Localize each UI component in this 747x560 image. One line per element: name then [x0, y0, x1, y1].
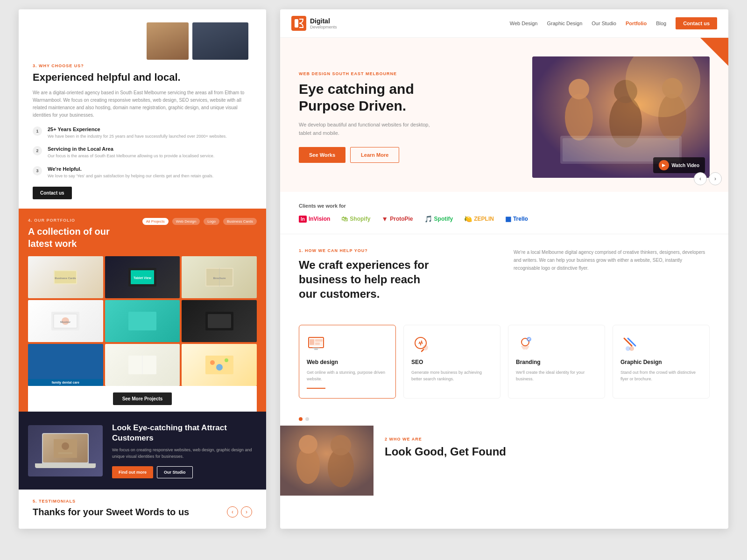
main-nav: Digital Developments Web Design Graphic …	[280, 9, 728, 38]
help-desc: We're a local Melbourne digital agency c…	[514, 248, 710, 272]
svg-point-54	[299, 435, 317, 454]
nav-contact-button[interactable]: Contact us	[676, 17, 717, 29]
testimonials-section: 5. TESTIMONIALS Thanks for your Sweet Wo…	[19, 490, 266, 529]
hero-prev-button[interactable]: ‹	[694, 172, 707, 185]
promo-title: Look Eye-catching that Attract Customers	[112, 423, 257, 443]
help-title: We craft experiences for business to hel…	[299, 258, 495, 301]
why-section-tag: 3. WHY CHOOSE US?	[33, 63, 252, 68]
service-graphic-design[interactable]: Graphic Design Stand out from the crowd …	[613, 325, 710, 399]
svg-text:Business Cards: Business Cards	[55, 277, 77, 280]
logo-sub: Developments	[310, 25, 337, 29]
portfolio-item-2[interactable]: Tablet View	[105, 256, 180, 298]
seo-icon	[411, 335, 430, 353]
services-grid: Web design Get online with a stunning, p…	[299, 325, 710, 399]
nav-web-design[interactable]: Web Design	[510, 21, 538, 26]
portfolio-item-5[interactable]	[105, 300, 180, 342]
portfolio-item-7[interactable]: family dental care	[28, 344, 103, 386]
dots-navigation	[280, 413, 728, 426]
portfolio-item-8[interactable]	[105, 344, 180, 386]
our-studio-button[interactable]: Our Studio	[157, 466, 193, 478]
laptop-shape	[42, 433, 89, 463]
branding-icon	[516, 335, 535, 353]
filter-all[interactable]: All Projects	[142, 218, 169, 225]
svg-point-21	[216, 364, 223, 371]
dot-2[interactable]	[305, 417, 309, 421]
feature-title-1: 25+ Years Experience	[48, 126, 227, 132]
filter-biz[interactable]: Business Cards	[223, 218, 257, 225]
nav-our-studio[interactable]: Our Studio	[592, 21, 616, 26]
svg-rect-42	[312, 348, 320, 349]
client-invision: In InVision	[299, 216, 330, 223]
svg-rect-25	[58, 452, 72, 454]
filter-web[interactable]: Web Design	[172, 218, 200, 225]
service-branding[interactable]: Branding We'll create the ideal identity…	[508, 325, 605, 399]
promo-image	[28, 425, 103, 476]
svg-point-28	[565, 94, 593, 140]
play-button[interactable]: ▶	[659, 160, 669, 170]
hero-arrows: ‹ ›	[694, 172, 722, 185]
portfolio-item-4[interactable]: Monitor	[28, 300, 103, 342]
client-trello: ▦ Trello	[505, 215, 528, 223]
portfolio-section-tag: 4. OUR PORTFOLIO	[28, 218, 110, 223]
svg-point-20	[210, 360, 215, 365]
svg-point-22	[225, 358, 228, 362]
see-works-button[interactable]: See Works	[299, 147, 345, 163]
feature-item-3: 3 We're Helpful. We love to say 'Yes' an…	[33, 166, 252, 180]
svg-rect-39	[310, 339, 314, 345]
feature-num-1: 1	[33, 126, 42, 136]
web-design-icon	[307, 335, 325, 353]
svg-rect-16	[208, 314, 231, 328]
why-title: Experienced helpful and local.	[33, 71, 252, 84]
service-web-design-desc: Get online with a stunning, purpose driv…	[307, 369, 388, 383]
logo-icon	[291, 16, 306, 31]
filter-logo[interactable]: Logo	[204, 218, 219, 225]
svg-text:Tablet View: Tablet View	[134, 276, 151, 280]
next-testimonial-button[interactable]: ›	[241, 506, 252, 518]
service-web-design[interactable]: Web design Get online with a stunning, p…	[299, 325, 396, 399]
team-photos	[33, 19, 252, 63]
svg-line-48	[624, 338, 632, 346]
clients-logos: In InVision 🛍 Shopify ▼ ProtoPie 🎵 Spoti…	[299, 215, 710, 223]
group-photo	[192, 22, 248, 60]
services-section: Web design Get online with a stunning, p…	[280, 315, 728, 413]
clients-section: Clients we work for In InVision 🛍 Shopif…	[280, 192, 728, 234]
service-active-indicator	[307, 388, 325, 389]
feature-text-3: We love to say 'Yes' and gain satisfacti…	[48, 173, 213, 180]
promo-desc: We focus on creating responsive websites…	[112, 447, 257, 460]
dot-1[interactable]	[299, 417, 303, 421]
service-graphic-design-desc: Stand out from the crowd with distinctiv…	[620, 369, 702, 383]
feature-text-1: We have been in the industry for 25 year…	[48, 133, 227, 140]
testimonials-title: Thanks for your Sweet Words to us	[33, 507, 189, 518]
hero-tag: Web Design South East Melbourne	[299, 71, 523, 76]
nav-portfolio[interactable]: Portfolio	[626, 21, 647, 26]
svg-rect-26	[295, 19, 298, 28]
portfolio-item-6[interactable]	[182, 300, 257, 342]
portfolio-grid: Business Cards Tablet View	[28, 256, 257, 386]
left-panel: 3. WHY CHOOSE US? Experienced helpful an…	[19, 9, 266, 529]
help-section: 1. HOW WE CAN HELP YOU? We craft experie…	[280, 234, 728, 315]
why-desc: We are a digital-oriented agency based i…	[33, 89, 252, 119]
svg-rect-43	[314, 349, 318, 350]
watch-video-overlay[interactable]: ▶ Watch Video	[653, 157, 705, 173]
portfolio-item-9[interactable]	[182, 344, 257, 386]
portfolio-item-1[interactable]: Business Cards	[28, 256, 103, 298]
feature-title-3: We're Helpful.	[48, 166, 213, 172]
prev-testimonial-button[interactable]: ‹	[227, 506, 238, 518]
see-more-button[interactable]: See More Projects	[113, 392, 172, 405]
why-section: 3. WHY CHOOSE US? Experienced helpful an…	[19, 9, 266, 209]
svg-point-24	[62, 442, 69, 450]
portfolio-item-3[interactable]: Brochure	[182, 256, 257, 298]
nav-graphic-design[interactable]: Graphic Design	[547, 21, 582, 26]
find-out-more-button[interactable]: Find out more	[112, 466, 153, 478]
nav-blog[interactable]: Blog	[656, 21, 666, 26]
service-seo[interactable]: SEO Generate more business by achieving …	[403, 325, 500, 399]
svg-text:Brochure: Brochure	[213, 277, 226, 280]
contact-button[interactable]: Contact us	[33, 187, 72, 199]
hero-next-button[interactable]: ›	[709, 172, 722, 185]
learn-more-button[interactable]: Learn More	[350, 147, 399, 163]
svg-line-49	[628, 338, 635, 346]
client-shopify: 🛍 Shopify	[341, 215, 370, 223]
clients-label: Clients we work for	[299, 203, 710, 209]
feature-text-2: Our focus is the areas of South East Mel…	[48, 153, 214, 160]
watch-video-label: Watch Video	[672, 163, 699, 168]
